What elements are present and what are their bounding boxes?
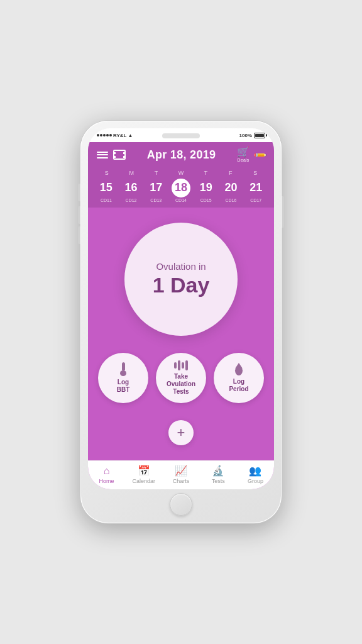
add-button[interactable]: +	[168, 420, 194, 445]
day-header-s1: S	[94, 170, 119, 176]
menu-line	[97, 157, 108, 158]
battery-icon	[254, 133, 265, 138]
charts-icon: 📈	[175, 465, 187, 477]
wifi-icon: ▲	[128, 133, 133, 138]
day-header-f: F	[218, 170, 243, 176]
phone-frame: RY&L ▲ 9:41 AM 100%	[80, 121, 282, 523]
calendar-icon: 📅	[138, 465, 150, 477]
cart-icon: 🛒	[237, 147, 250, 157]
test-strip-icon	[174, 360, 188, 370]
calendar-dates: 15 CD11 16 CD12 17 CD13 18 CD14	[94, 179, 268, 203]
day-header-t2: T	[194, 170, 218, 176]
log-bbt-label: LogBBT	[117, 379, 130, 394]
day-header-w: W	[168, 170, 193, 176]
thermo-bulb	[120, 370, 126, 376]
phone-screen: RY&L ▲ 9:41 AM 100%	[88, 128, 274, 489]
cal-date-15[interactable]: 15 CD11	[94, 179, 118, 203]
action-buttons: LogBBT TakeOvulationTests	[98, 353, 264, 403]
cal-cd-19: CD15	[200, 198, 212, 203]
ovulation-circle: Ovulation in 1 Day	[124, 223, 238, 336]
header-right: 🛒 Deals ✏️	[237, 147, 265, 162]
menu-line	[97, 152, 108, 153]
cal-date-num-18: 18	[172, 179, 190, 197]
calendar-days-header: S M T W T F S	[94, 170, 268, 176]
app-content: Apr 18, 2019 🛒 Deals ✏️ S M T W T	[88, 142, 274, 489]
main-area: Ovulation in 1 Day LogBBT	[88, 208, 274, 460]
bottom-nav: ⌂ Home 📅 Calendar 📈 Charts 🔬 Tests 👥	[88, 460, 274, 489]
nav-group-label: Group	[248, 478, 263, 484]
log-bbt-button[interactable]: LogBBT	[98, 353, 148, 403]
nav-home[interactable]: ⌂ Home	[88, 465, 125, 484]
status-bar: RY&L ▲ 9:41 AM 100%	[88, 128, 274, 142]
carrier-name: RY&L	[113, 133, 126, 138]
menu-line	[97, 154, 108, 155]
ovulation-subtitle: Ovulation in	[156, 261, 206, 272]
edit-icon[interactable]: ✏️	[253, 147, 267, 162]
status-left: RY&L ▲	[97, 133, 133, 138]
home-button[interactable]	[170, 493, 192, 516]
test-bar-3	[182, 362, 184, 369]
log-period-label: LogPeriod	[229, 378, 248, 393]
cal-cd-18: CD14	[175, 198, 187, 203]
drop-container	[234, 363, 243, 375]
day-header-t1: T	[144, 170, 168, 176]
take-ovulation-tests-label: TakeOvulationTests	[167, 373, 195, 396]
nav-charts[interactable]: 📈 Charts	[162, 465, 199, 484]
cal-cd-16: CD12	[126, 198, 137, 203]
cal-date-17[interactable]: 17 CD13	[144, 179, 168, 203]
cal-date-16[interactable]: 16 CD12	[119, 179, 143, 203]
cal-date-num-21: 21	[246, 179, 265, 197]
cal-date-19[interactable]: 19 CD15	[194, 179, 218, 203]
nav-calendar-label: Calendar	[133, 478, 156, 484]
nav-group[interactable]: 👥 Group	[237, 465, 274, 484]
deals-button[interactable]: 🛒 Deals	[237, 147, 250, 162]
ovulation-main-text: 1 Day	[153, 273, 210, 297]
tests-icon: 🔬	[212, 465, 224, 477]
battery-fill	[255, 134, 264, 137]
nav-calendar[interactable]: 📅 Calendar	[125, 465, 162, 484]
cal-date-num-19: 19	[197, 179, 216, 197]
test-bar-4	[185, 360, 188, 370]
drop-tip	[235, 363, 243, 369]
deals-label: Deals	[238, 158, 250, 162]
page-title: Apr 18, 2019	[147, 148, 216, 162]
home-icon: ⌂	[104, 465, 110, 477]
nav-charts-label: Charts	[173, 478, 190, 484]
cal-date-20[interactable]: 20 CD16	[219, 179, 243, 203]
thermometer-icon	[119, 362, 128, 376]
status-time: 9:41 AM	[175, 132, 197, 138]
day-header-s2: S	[243, 170, 268, 176]
cal-date-num-16: 16	[122, 179, 141, 197]
group-icon: 👥	[249, 465, 261, 477]
cal-date-num-17: 17	[146, 179, 165, 197]
nav-tests-label: Tests	[212, 478, 225, 484]
plus-icon: +	[177, 426, 185, 440]
thermo-stem	[122, 362, 125, 370]
nav-tests[interactable]: 🔬 Tests	[200, 465, 237, 484]
cal-cd-20: CD16	[225, 198, 236, 203]
test-bar-1	[174, 362, 177, 369]
signal-dots	[97, 134, 112, 136]
cal-cd-17: CD13	[150, 198, 162, 203]
cal-cd-21: CD17	[250, 198, 261, 203]
film-icon[interactable]	[113, 150, 126, 160]
battery-percentage: 100%	[239, 133, 252, 138]
cal-date-21[interactable]: 21 CD17	[244, 179, 268, 203]
menu-button[interactable]	[97, 152, 108, 158]
cal-date-num-20: 20	[221, 179, 240, 197]
test-bar-2	[178, 360, 180, 370]
status-right: 100%	[239, 133, 265, 138]
app-header: Apr 18, 2019 🛒 Deals ✏️	[88, 142, 274, 166]
nav-home-label: Home	[99, 478, 114, 484]
calendar-section: S M T W T F S 15 CD11 16 CD12	[88, 166, 274, 208]
cal-date-18-today[interactable]: 18 CD14	[169, 179, 193, 203]
cal-date-num-15: 15	[97, 179, 116, 197]
day-header-m: M	[119, 170, 143, 176]
log-period-button[interactable]: LogPeriod	[214, 353, 264, 403]
header-left	[97, 150, 126, 160]
take-ovulation-tests-button[interactable]: TakeOvulationTests	[156, 353, 206, 403]
cal-cd-15: CD11	[101, 198, 112, 203]
